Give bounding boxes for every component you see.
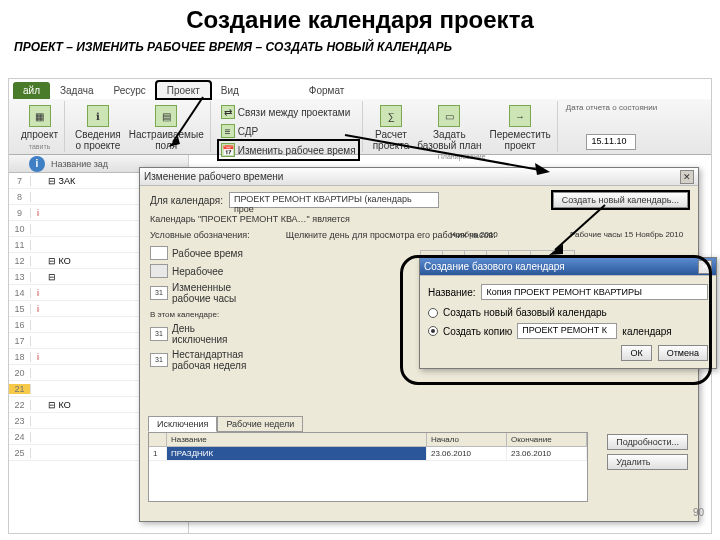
tab-view[interactable]: Вид <box>211 82 249 99</box>
btn-links[interactable]: ⇄Связи между проектами <box>219 103 358 121</box>
btn-baseline[interactable]: ▭Задать базовый план <box>415 103 483 153</box>
name-input[interactable] <box>481 284 708 300</box>
legend-header: Условные обозначения: <box>150 230 250 240</box>
workhours-label: Рабочие часы 15 Ноябрь 2010 <box>570 230 683 239</box>
move-icon: → <box>509 105 531 127</box>
radio-copy[interactable]: Создать копиюПРОЕКТ РЕМОНТ Ккалендаря <box>428 323 708 339</box>
btn-custom-fields[interactable]: ▤Настраиваемые поля <box>127 103 206 153</box>
btn-ok[interactable]: ОК <box>621 345 651 361</box>
group-plan: Планирование <box>438 153 486 160</box>
slide-subtitle: ПРОЕКТ – ИЗМЕНИТЬ РАБОЧЕЕ ВРЕМЯ – СОЗДАТ… <box>0 40 720 60</box>
leg-work: Рабочее время <box>172 248 243 259</box>
col-end[interactable]: Окончание <box>507 433 587 446</box>
exc-row-start[interactable]: 23.06.2010 <box>427 447 507 461</box>
status-date-label: Дата отчета о состоянии <box>566 103 657 112</box>
btn-details[interactable]: Подробности... <box>607 434 688 450</box>
btn-create-new-calendar[interactable]: Создать новый календарь... <box>553 192 688 208</box>
dialog1-title: Изменение рабочего времени <box>144 171 283 182</box>
tab-workweeks[interactable]: Рабочие недели <box>217 416 303 432</box>
btn-change-working-time[interactable]: 📅Изменить рабочее время <box>219 141 358 159</box>
baseline-icon: ▭ <box>438 105 460 127</box>
calc-icon: ∑ <box>380 105 402 127</box>
for-calendar-label: Для календаря: <box>150 195 223 206</box>
radio-new-base[interactable]: Создать новый базовый календарь <box>428 307 708 318</box>
radio-dot-icon <box>428 308 438 318</box>
wbs-icon: ≡ <box>221 124 235 138</box>
swatch-off <box>150 264 168 278</box>
btn-wbs[interactable]: ≡СДР <box>219 122 358 140</box>
links-icon: ⇄ <box>221 105 235 119</box>
leg-off: Нерабочее <box>172 266 223 277</box>
swatch-excday: 31 <box>150 327 168 341</box>
subproject-icon: ▦ <box>29 105 51 127</box>
btn-project-info[interactable]: ℹСведения о проекте <box>73 103 123 153</box>
col-taskname[interactable]: Название зад <box>51 159 108 169</box>
btn-subproject[interactable]: ▦дпроект <box>19 103 60 142</box>
swatch-work <box>150 246 168 260</box>
calendar-edit-icon: 📅 <box>221 143 235 157</box>
name-label: Название: <box>428 287 475 298</box>
dialog2-title: Создание базового календаря <box>424 261 565 272</box>
btn-cancel[interactable]: Отмена <box>658 345 708 361</box>
btn-calc[interactable]: ∑Расчет проекта <box>371 103 412 153</box>
calendar-is-label: Календарь "ПРОЕКТ РЕМОНТ КВА…" является <box>150 214 688 224</box>
exceptions-table[interactable]: НазваниеНачалоОкончание 1ПРАЗДНИК23.06.2… <box>148 432 588 502</box>
ribbon: ▦дпроект тавить ℹСведения о проекте ▤Нас… <box>9 99 711 155</box>
tab-format[interactable]: Формат <box>299 82 355 99</box>
info-icon: i <box>29 156 45 172</box>
month-label: Ноябрь 2010 <box>450 230 498 239</box>
exc-row-name[interactable]: ПРАЗДНИК <box>167 447 427 461</box>
col-name[interactable]: Название <box>167 433 427 446</box>
dialog1-close[interactable]: ✕ <box>680 170 694 184</box>
col-start[interactable]: Начало <box>427 433 507 446</box>
status-date-field[interactable]: 15.11.10 <box>586 134 636 150</box>
swatch-nonstd: 31 <box>150 353 168 367</box>
btn-delete[interactable]: Удалить <box>607 454 688 470</box>
ribbon-tabs: айл Задача Ресурс Проект Вид Формат <box>9 79 711 99</box>
leg-nonstd: Нестандартная рабочая неделя <box>172 349 246 371</box>
page-number: 90 <box>693 507 704 518</box>
tab-resource[interactable]: Ресурс <box>104 82 156 99</box>
info-icon: ℹ <box>87 105 109 127</box>
leg-inthis: В этом календаре: <box>150 310 246 319</box>
tab-task[interactable]: Задача <box>50 82 104 99</box>
tab-project[interactable]: Проект <box>156 81 211 99</box>
dialog2-close[interactable]: ✕ <box>698 260 712 274</box>
slide-title: Создание календаря проекта <box>0 0 720 40</box>
dialog-create-base-calendar: Создание базового календаря✕ Название: С… <box>419 257 717 369</box>
copy-of-select[interactable]: ПРОЕКТ РЕМОНТ К <box>517 323 617 339</box>
calendar-select[interactable]: ПРОЕКТ РЕМОНТ КВАРТИРЫ (календарь прое <box>229 192 439 208</box>
exc-row-end[interactable]: 23.06.2010 <box>507 447 587 461</box>
tab-file[interactable]: айл <box>13 82 50 99</box>
radio-dot-icon <box>428 326 438 336</box>
swatch-changed: 31 <box>150 286 168 300</box>
group-insert: тавить <box>29 143 51 150</box>
btn-move-project[interactable]: →Переместить проект <box>487 103 552 153</box>
tab-exceptions[interactable]: Исключения <box>148 416 217 432</box>
msproject-window: айл Задача Ресурс Проект Вид Формат ▦дпр… <box>8 78 712 534</box>
fields-icon: ▤ <box>155 105 177 127</box>
leg-changed: Измененные рабочие часы <box>172 282 236 304</box>
leg-excday: День исключения <box>172 323 227 345</box>
